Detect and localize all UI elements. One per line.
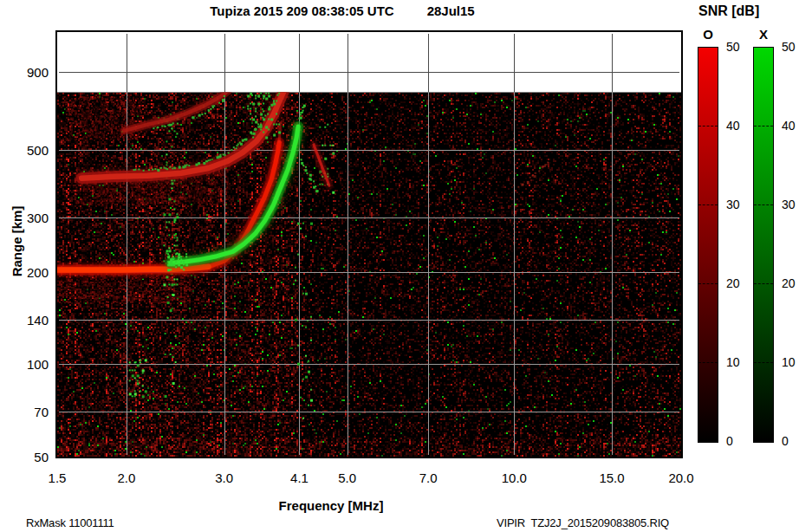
colorbar-tick-label: 40 [782, 119, 799, 133]
y-tick-label: 140 [0, 313, 49, 328]
colorbar-tick-dash [698, 126, 718, 127]
colorbar-tick-label: 40 [726, 119, 749, 133]
y-tick-label: 50 [0, 450, 49, 464]
data-file-label: VIPIR TZJ2J_2015209083805.RIQ [497, 516, 696, 529]
colorbar-tick-label: 0 [782, 434, 799, 448]
x-tick-label: 4.1 [278, 470, 320, 485]
rxmask-label: RxMask 11001111 [26, 516, 114, 529]
colorbar-tick-dash [698, 283, 718, 284]
y-tick-label: 900 [0, 65, 49, 80]
x-axis-title: Frequency [MHz] [231, 498, 432, 513]
x-tick-label: 15.0 [591, 470, 633, 485]
ionogram-page: Tupiza 2015 209 08:38:05 UTC28Jul15 SNR … [0, 0, 799, 532]
colorbar-tick-dash [754, 362, 773, 363]
x-tick-label: 20.0 [660, 470, 702, 485]
x-tick-label: 7.0 [407, 470, 449, 485]
y-axis-title: Range [km] [10, 198, 24, 285]
colorbar-tick-dash [698, 362, 718, 363]
colorbar-tick-label: 10 [726, 355, 749, 369]
colorbar-tick-dash [698, 204, 718, 205]
colorbar-tick-label: 50 [726, 40, 749, 54]
y-tick-label: 300 [0, 211, 49, 225]
colorbar-tick-label: 50 [782, 40, 799, 54]
x-tick-label: 3.0 [204, 470, 245, 485]
o-colorbar [698, 47, 718, 443]
x-colorbar [753, 47, 774, 443]
colorbar-tick-label: 30 [726, 198, 749, 211]
colorbar-tick-label: 0 [726, 434, 749, 448]
colorbar-tick-label: 20 [726, 276, 749, 290]
plot-title-row: Tupiza 2015 209 08:38:05 UTC28Jul15 [0, 3, 685, 18]
colorbar-title: SNR [dB] [698, 3, 759, 19]
y-tick-label: 200 [0, 265, 49, 280]
colorbar-tick-label: 30 [782, 198, 799, 211]
colorbar-tick-dash [754, 126, 773, 127]
x-tick-label: 2.0 [106, 470, 147, 485]
date-label: 28Jul15 [427, 3, 475, 18]
x-tick-label: 1.5 [36, 470, 78, 485]
x-mode-label: X [753, 27, 774, 42]
x-tick-label: 5.0 [327, 470, 368, 485]
x-tick-label: 10.0 [493, 470, 535, 485]
y-tick-label: 100 [0, 357, 49, 372]
colorbar-tick-dash [754, 204, 773, 205]
ionogram-plot [57, 32, 681, 457]
y-tick-label: 70 [0, 405, 49, 419]
colorbar-tick-label: 10 [782, 355, 799, 369]
colorbar-tick-dash [754, 283, 773, 284]
page-title: Tupiza 2015 209 08:38:05 UTC [210, 3, 393, 18]
y-tick-label: 500 [0, 143, 49, 158]
colorbar-tick-label: 20 [782, 276, 799, 290]
o-mode-label: O [698, 27, 718, 42]
